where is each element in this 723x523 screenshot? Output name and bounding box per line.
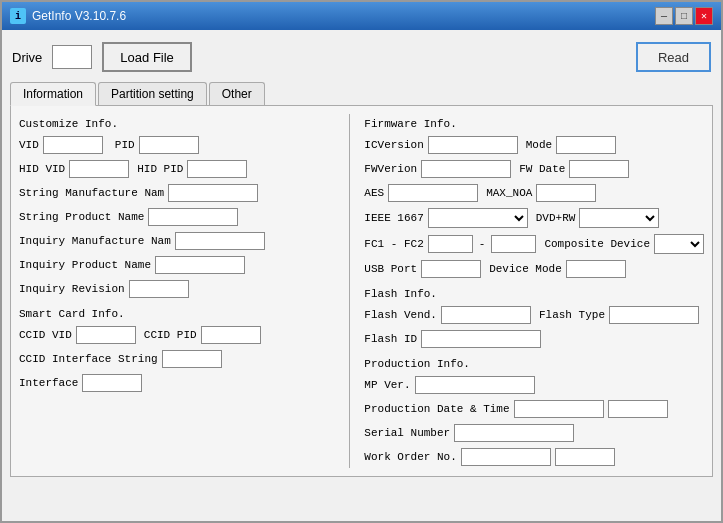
ieee1667-select[interactable] [428,208,528,228]
icversion-input[interactable] [428,136,518,154]
tabs: Information Partition setting Other [10,82,713,106]
icversion-row: ICVersion Mode [364,136,704,154]
work-order-input[interactable] [461,448,551,466]
toolbar: Drive Load File Read [10,38,713,76]
fc1-input[interactable] [428,235,473,253]
prod-date-input[interactable] [514,400,604,418]
vid-row: VID PID [19,136,335,154]
usb-port-input[interactable] [421,260,481,278]
max-noa-label: MAX_NOA [486,187,532,199]
ccid-vid-input[interactable] [76,326,136,344]
serial-input[interactable] [454,424,574,442]
right-panel: Firmware Info. ICVersion Mode FWVerion F… [364,114,704,468]
close-button[interactable]: ✕ [695,7,713,25]
device-mode-input[interactable] [566,260,626,278]
inquiry-prod-row: Inquiry Product Name [19,256,335,274]
flash-vendor-input[interactable] [441,306,531,324]
interface-label: Interface [19,377,78,389]
inquiry-rev-row: Inquiry Revision [19,280,335,298]
fwverion-row: FWVerion FW Date [364,160,704,178]
hid-vid-label: HID VID [19,163,65,175]
hid-pid-label: HID PID [137,163,183,175]
inquiry-prod-label: Inquiry Product Name [19,259,151,271]
flash-vendor-label: Flash Vend. [364,309,437,321]
inquiry-mfr-row: Inquiry Manufacture Nam [19,232,335,250]
ccid-pid-input[interactable] [201,326,261,344]
flash-id-row: Flash ID [364,330,704,348]
inquiry-mfr-input[interactable] [175,232,265,250]
mp-ver-label: MP Ver. [364,379,410,391]
prod-date-row: Production Date & Time [364,400,704,418]
hid-pid-input[interactable] [187,160,247,178]
prod-time-input[interactable] [608,400,668,418]
ccid-iface-input[interactable] [162,350,222,368]
composite-select[interactable] [654,234,704,254]
inquiry-mfr-label: Inquiry Manufacture Nam [19,235,171,247]
flash-id-label: Flash ID [364,333,417,345]
flash-section-label: Flash Info. [364,288,704,300]
fwverion-input[interactable] [421,160,511,178]
flash-vendor-row: Flash Vend. Flash Type [364,306,704,324]
max-noa-input[interactable] [536,184,596,202]
left-panel: Customize Info. VID PID HID VID HID PID [19,114,335,468]
tab-information[interactable]: Information [10,82,96,106]
string-mfr-input[interactable] [168,184,258,202]
dvdrw-label: DVD+RW [536,212,576,224]
aes-row: AES MAX_NOA [364,184,704,202]
string-prod-input[interactable] [148,208,238,226]
work-order-extra-input[interactable] [555,448,615,466]
composite-label: Composite Device [544,238,650,250]
pid-label: PID [115,139,135,151]
maximize-button[interactable]: □ [675,7,693,25]
fc2-input[interactable] [491,235,536,253]
load-file-button[interactable]: Load File [102,42,191,72]
dvdrw-select[interactable] [579,208,659,228]
minimize-button[interactable]: — [655,7,673,25]
mp-ver-row: MP Ver. [364,376,704,394]
drive-label: Drive [12,50,42,65]
usb-port-row: USB Port Device Mode [364,260,704,278]
fc1-fc2-row: FC1 - FC2 - Composite Device [364,234,704,254]
ieee1667-label: IEEE 1667 [364,212,423,224]
mode-input[interactable] [556,136,616,154]
aes-input[interactable] [388,184,478,202]
tabs-container: Information Partition setting Other Cust… [10,82,713,477]
interface-input[interactable] [82,374,142,392]
read-button[interactable]: Read [636,42,711,72]
flash-id-input[interactable] [421,330,541,348]
icversion-label: ICVersion [364,139,423,151]
inquiry-prod-input[interactable] [155,256,245,274]
ccid-vid-row: CCID VID CCID PID [19,326,335,344]
interface-row: Interface [19,374,335,392]
ccid-iface-label: CCID Interface String [19,353,158,365]
flash-type-label: Flash Type [539,309,605,321]
panel-divider [349,114,350,468]
pid-input[interactable] [139,136,199,154]
ccid-vid-label: CCID VID [19,329,72,341]
fwverion-label: FWVerion [364,163,417,175]
flash-type-input[interactable] [609,306,699,324]
ieee1667-row: IEEE 1667 DVD+RW [364,208,704,228]
string-prod-row: String Product Name [19,208,335,226]
ccid-pid-label: CCID PID [144,329,197,341]
tab-content-information: Customize Info. VID PID HID VID HID PID [10,106,713,477]
string-mfr-label: String Manufacture Nam [19,187,164,199]
usb-port-label: USB Port [364,263,417,275]
smart-card-section-label: Smart Card Info. [19,308,335,320]
content-area: Drive Load File Read Information Partiti… [2,30,721,521]
tab-partition-setting[interactable]: Partition setting [98,82,207,105]
serial-label: Serial Number [364,427,450,439]
device-mode-label: Device Mode [489,263,562,275]
vid-label: VID [19,139,39,151]
fw-date-input[interactable] [569,160,629,178]
tab-other[interactable]: Other [209,82,265,105]
mp-ver-input[interactable] [415,376,535,394]
string-mfr-row: String Manufacture Nam [19,184,335,202]
inquiry-rev-input[interactable] [129,280,189,298]
ccid-iface-row: CCID Interface String [19,350,335,368]
hid-vid-input[interactable] [69,160,129,178]
serial-row: Serial Number [364,424,704,442]
string-prod-label: String Product Name [19,211,144,223]
drive-input[interactable] [52,45,92,69]
vid-input[interactable] [43,136,103,154]
